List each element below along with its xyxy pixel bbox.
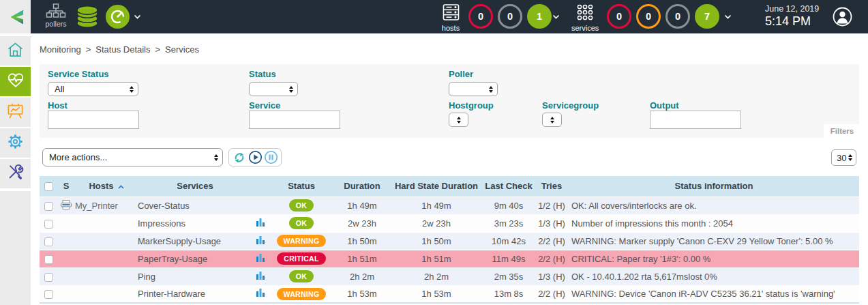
- services-ok-counter[interactable]: 7: [695, 4, 719, 29]
- sidebar-item-administration[interactable]: [0, 159, 31, 188]
- status-badge: OK: [289, 270, 314, 282]
- services-table-body: My_PrinterCover-StatusOK1h 49m1h 49m9m 4…: [40, 197, 859, 303]
- per-page-select[interactable]: 30: [831, 149, 856, 166]
- current-time: 5:14 PM: [765, 14, 819, 29]
- breadcrumb-item[interactable]: Monitoring: [40, 44, 81, 55]
- service-name[interactable]: Cover-Status: [138, 197, 252, 214]
- services-critical-counter[interactable]: 0: [607, 4, 631, 29]
- chart-icon[interactable]: [256, 289, 265, 300]
- status-column-header[interactable]: Status: [269, 176, 334, 197]
- table-header-row: S Hosts Services Status Duration Hard St…: [40, 176, 859, 197]
- s-column-header: S: [57, 176, 75, 197]
- chevron-down-icon[interactable]: [724, 14, 732, 19]
- hosts-label: hosts: [439, 24, 462, 32]
- row-checkbox[interactable]: [44, 273, 53, 282]
- services-column-header[interactable]: Services: [138, 176, 252, 197]
- row-checkbox[interactable]: [44, 237, 53, 246]
- hard-state-duration-column-header[interactable]: Hard State Duration: [390, 176, 483, 197]
- database-icon[interactable]: [75, 5, 100, 29]
- host-name: [75, 214, 138, 232]
- services-unknown-counter[interactable]: 0: [665, 4, 690, 29]
- filters-tab[interactable]: Filters: [824, 124, 860, 138]
- hosts-down-counter[interactable]: 0: [468, 4, 493, 29]
- output-input[interactable]: [650, 111, 741, 129]
- chart-icon[interactable]: [256, 272, 265, 282]
- service-input[interactable]: [249, 111, 340, 129]
- duration: 1h 49m: [334, 197, 390, 214]
- host-input[interactable]: [48, 111, 139, 129]
- hosts-column-header[interactable]: Hosts: [75, 176, 138, 197]
- row-checkbox[interactable]: [44, 202, 53, 211]
- select-all-checkbox[interactable]: [44, 182, 53, 191]
- chevron-down-icon[interactable]: [134, 14, 141, 19]
- status-information-column-header[interactable]: Status information: [569, 176, 859, 197]
- row-checkbox[interactable]: [44, 290, 53, 299]
- servicegroup-select[interactable]: [542, 113, 562, 127]
- hosts-menu[interactable]: hosts: [439, 3, 462, 32]
- hosts-unreachable-counter[interactable]: 0: [498, 4, 522, 29]
- service-name[interactable]: Ping: [138, 267, 252, 285]
- status-badge: CRITICAL: [277, 252, 325, 265]
- breadcrumb-item[interactable]: Services: [165, 44, 199, 55]
- pollers-menu[interactable]: pollers: [42, 3, 70, 28]
- duration-column-header[interactable]: Duration: [334, 176, 390, 197]
- service-status-select[interactable]: All: [48, 82, 138, 96]
- sidebar-item-reporting[interactable]: [0, 98, 31, 127]
- status-information: Number of impressions this month : 2054: [569, 214, 859, 232]
- duration: 2h 2m: [334, 267, 390, 285]
- chevron-down-icon[interactable]: [552, 14, 560, 19]
- select-arrows-icon: [214, 154, 218, 161]
- service-name[interactable]: PaperTray-Usage: [138, 250, 252, 267]
- breadcrumb-item[interactable]: Status Details: [95, 44, 150, 55]
- service-name[interactable]: Printer-Hardware: [138, 285, 252, 303]
- services-menu[interactable]: services: [571, 3, 599, 32]
- status-select[interactable]: [249, 82, 298, 96]
- hosts-up-counter[interactable]: 1: [527, 4, 552, 29]
- services-icon: [575, 3, 595, 21]
- chart-icon[interactable]: [256, 255, 265, 265]
- duration: 1h 53m: [334, 285, 390, 303]
- tools-icon: [6, 163, 25, 184]
- host-name: [75, 285, 138, 303]
- host-name[interactable]: My_Printer: [75, 197, 138, 214]
- pollers-label: pollers: [42, 20, 70, 28]
- host-name: [75, 232, 138, 250]
- poller-select[interactable]: [449, 82, 498, 96]
- service-name[interactable]: MarkerSupply-Usage: [138, 232, 252, 250]
- play-button[interactable]: [248, 150, 263, 165]
- hard-state-duration: 1h 53m: [390, 285, 483, 303]
- status-information: OK: All covers/interlocks are ok.: [569, 197, 859, 214]
- pause-button[interactable]: [263, 150, 278, 165]
- sidebar-item-configuration[interactable]: [0, 128, 31, 158]
- last-check: 2m 35s: [483, 267, 535, 285]
- services-warning-counter[interactable]: 0: [636, 4, 661, 29]
- service-name[interactable]: Impressions: [138, 214, 252, 232]
- gear-icon: [6, 132, 25, 154]
- select-arrows-icon: [130, 86, 134, 93]
- last-check-column-header[interactable]: Last Check: [483, 176, 535, 197]
- select-arrows-icon: [457, 117, 461, 124]
- hostgroup-select[interactable]: [449, 113, 468, 127]
- servicegroup-label: Servicegroup: [542, 100, 599, 111]
- service-row-papertray-usage: PaperTray-UsageCRITICAL1h 51m1h 51m11m 4…: [40, 250, 859, 267]
- chart-icon[interactable]: [256, 219, 265, 229]
- host-name: [75, 250, 138, 267]
- refresh-controls: [228, 148, 282, 166]
- output-label: Output: [650, 100, 679, 111]
- duration: 1h 50m: [334, 232, 390, 250]
- row-checkbox[interactable]: [44, 255, 53, 264]
- tries-column-header[interactable]: Tries: [535, 176, 569, 197]
- user-profile-icon[interactable]: [833, 7, 852, 27]
- row-checkbox[interactable]: [44, 220, 53, 229]
- refresh-button[interactable]: [232, 150, 247, 165]
- more-actions-select[interactable]: More actions...: [42, 148, 223, 166]
- sidebar-item-home[interactable]: [0, 36, 31, 66]
- centreon-logo[interactable]: [0, 0, 31, 33]
- status-badge: OK: [289, 217, 314, 229]
- sidebar-item-monitoring[interactable]: [0, 67, 31, 96]
- service-row-printer-hardware: Printer-HardwareWARNING1h 53m1h 53m13m 8…: [40, 285, 859, 303]
- hard-state-duration: 1h 49m: [390, 197, 483, 214]
- gauge-icon[interactable]: [106, 5, 130, 29]
- chart-icon[interactable]: [256, 237, 265, 247]
- tries: 1/2 (H): [535, 197, 569, 214]
